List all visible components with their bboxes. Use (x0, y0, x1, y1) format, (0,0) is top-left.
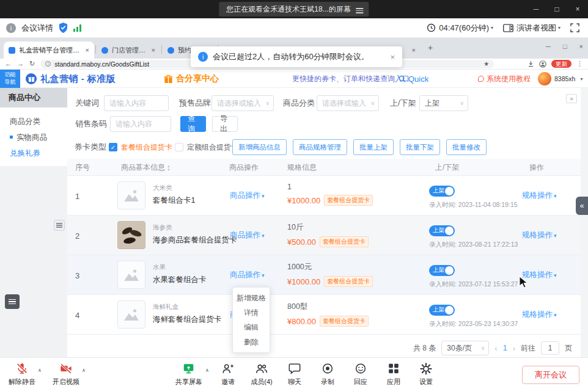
window-maximize-button[interactable]: □ (546, 0, 567, 18)
tab-close-icon[interactable]: × (152, 46, 155, 54)
brand-select[interactable]: 请选择或输入 ∨ (211, 95, 274, 111)
download-icon[interactable] (527, 60, 534, 67)
row-no: 1 (75, 192, 79, 201)
avatar (538, 72, 551, 85)
goto-page-input[interactable] (541, 341, 559, 355)
user-chip[interactable]: 8385xh ▾ (538, 70, 582, 88)
tab-close-icon[interactable]: × (412, 46, 416, 54)
reload-icon[interactable]: ↻ (29, 60, 35, 67)
titlebar-menu-icon[interactable] (356, 7, 364, 15)
spec-manage-button[interactable]: 商品规格管理 (293, 139, 347, 155)
site-info-icon[interactable]: i (45, 61, 51, 67)
settings-button[interactable]: 设置 (409, 362, 443, 387)
checkbox-package-card[interactable]: ✓ (109, 143, 117, 151)
unmute-button[interactable]: 解除静音 (5, 362, 39, 387)
timer-caret-icon[interactable]: ▾ (491, 25, 493, 31)
barcode-input[interactable] (110, 116, 171, 132)
menu-item-delete[interactable]: 删除 (233, 335, 270, 349)
forward-icon[interactable]: → (17, 60, 24, 67)
shelf-toggle[interactable]: 上架 (429, 305, 455, 316)
invite-button[interactable]: 邀请 (211, 362, 245, 387)
record-button[interactable]: 录制 (311, 362, 345, 387)
function-nav-toggle[interactable]: 功能 导航 (0, 70, 20, 88)
product-op-link[interactable]: 商品操作▾ (230, 191, 265, 201)
spec-op-link[interactable]: 规格操作▾ (522, 191, 557, 201)
export-button[interactable]: 导出 (212, 116, 238, 132)
sidebar-collapse-button[interactable] (54, 220, 65, 231)
prev-page-button[interactable]: ‹ (494, 344, 497, 353)
product-op-link-open[interactable]: 商品操作▾ (230, 270, 265, 280)
toast-close-icon[interactable]: × (390, 53, 395, 62)
checkbox-fixed-card-label[interactable]: 定额组合提货卡 (187, 139, 238, 155)
spec-op-link[interactable]: 规格操作▾ (522, 230, 557, 241)
checkbox-package-card-label[interactable]: 套餐组合提货卡 (121, 139, 172, 155)
apps-button[interactable]: 应用 (377, 362, 411, 387)
menu-item-add-spec[interactable]: 新增规格 (233, 291, 270, 305)
window-minimize-button[interactable]: ─ (526, 0, 546, 18)
view-mode-caret-icon[interactable]: ▾ (558, 25, 560, 31)
back-icon[interactable]: ← (5, 60, 12, 67)
members-button[interactable]: 成员(4) (244, 362, 279, 387)
scrollbar-track[interactable] (581, 88, 588, 357)
page-size-select[interactable]: 30条/页 ∨ (441, 341, 489, 355)
sidebar-item-exchange-coupon[interactable]: 兑换礼券 (0, 145, 67, 161)
sort-icon[interactable]: ▲▼ (167, 164, 171, 172)
right-panel-handle[interactable]: « (576, 197, 588, 215)
share-options-caret[interactable]: ∧ (205, 368, 209, 373)
search-button[interactable]: 查询 (180, 116, 206, 132)
shelf-select[interactable]: 上架 ∨ (419, 95, 468, 111)
sidebar-item-physical-goods[interactable]: 实物商品 (0, 129, 67, 145)
browser-close-button[interactable]: × (579, 43, 583, 50)
batch-on-shelf-button[interactable]: 批量上架 (353, 139, 394, 155)
mic-options-caret[interactable]: ∧ (38, 368, 42, 373)
spec-op-link[interactable]: 规格操作▾ (522, 310, 557, 320)
share-screen-button[interactable]: 共享屏幕 (172, 362, 206, 387)
chat-button[interactable]: 聊天 (277, 362, 312, 387)
batch-off-shelf-button[interactable]: 批量下架 (400, 139, 440, 155)
browser-tab-store-admin[interactable]: 门店管理中心 × (97, 42, 160, 59)
meeting-timer[interactable]: 04:47(60分钟) (439, 23, 489, 34)
category-select[interactable]: 请选择或输入 ∨ (317, 95, 379, 111)
browser-update-button[interactable]: 更新 (551, 60, 571, 68)
browser-minimize-button[interactable]: ─ (546, 43, 551, 50)
leave-meeting-button[interactable]: 离开会议 (522, 366, 579, 384)
menu-item-details[interactable]: 详情 (233, 305, 270, 320)
menu-item-edit[interactable]: 编辑 (233, 320, 270, 335)
checkbox-fixed-card[interactable] (175, 143, 183, 151)
meeting-details-label[interactable]: 会议详情 (21, 23, 53, 34)
current-page[interactable]: 1 (503, 344, 507, 352)
reactions-button[interactable]: 回应 (344, 362, 378, 387)
sidebar-section-product-center[interactable]: 商品中心 (0, 88, 67, 107)
shelf-toggle[interactable]: 上架 (429, 225, 455, 236)
start-video-button[interactable]: 开启视频 (49, 362, 83, 387)
browser-tab-gift-admin[interactable]: 礼盒营销平台管理中... × (4, 42, 94, 59)
browser-menu-icon[interactable]: ⋮ (576, 60, 583, 68)
video-options-caret[interactable]: ∧ (82, 368, 86, 373)
meeting-info-icon[interactable]: i (6, 23, 16, 33)
profile-icon[interactable] (539, 60, 546, 68)
sidebar-item-product-category[interactable]: 商品分类 (0, 114, 67, 129)
shelf-toggle[interactable]: 上架 (429, 186, 455, 197)
bookmark-star-icon[interactable]: ★ (483, 60, 489, 67)
browser-maximize-button[interactable]: □ (563, 43, 567, 50)
tab-close-icon[interactable]: × (86, 46, 89, 54)
fullscreen-icon[interactable] (570, 23, 579, 32)
new-tab-button[interactable]: + (428, 43, 433, 53)
batch-edit-button[interactable]: 批量修改 (446, 139, 487, 155)
shelf-toggle[interactable]: 上架 (429, 265, 455, 276)
keyword-input[interactable] (104, 95, 169, 111)
panel-collapse-button[interactable]: » (566, 94, 577, 103)
tab-separator (161, 45, 162, 54)
quick-search-link[interactable]: Quick (399, 70, 428, 88)
meeting-float-widget[interactable] (5, 294, 20, 309)
product-op-link[interactable]: 商品操作▾ (230, 230, 265, 241)
nav-toggle-line2: 导航 (0, 79, 20, 86)
app-logo[interactable]: 礼盒营销 - 标准版 (26, 70, 116, 88)
col-shelf: 上/下架 (435, 159, 459, 176)
add-product-button[interactable]: 新增商品信息 (232, 139, 287, 155)
window-close-button[interactable]: × (567, 0, 588, 18)
tutorial-link[interactable]: 系统使用教程 (478, 70, 531, 88)
share-center-link[interactable]: 合分享中心 (164, 70, 219, 88)
next-page-button[interactable]: › (513, 344, 515, 353)
view-mode-label[interactable]: 演讲者视图 (516, 23, 556, 34)
